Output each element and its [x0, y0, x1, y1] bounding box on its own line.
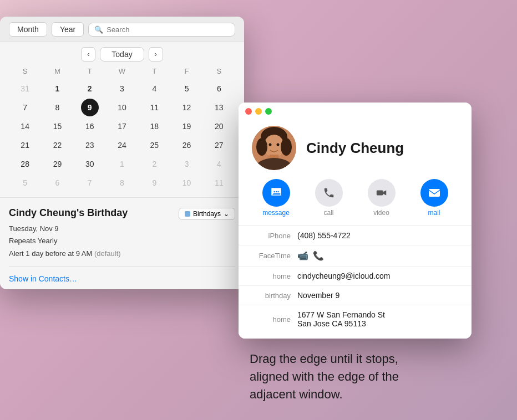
- info-row-facetime: FaceTime 📹 📞: [239, 245, 472, 267]
- calendar-day-6[interactable]: 6: [210, 80, 228, 98]
- search-bar[interactable]: 🔍: [88, 23, 235, 37]
- calendar-badge[interactable]: Birthdays ⌄: [179, 208, 235, 220]
- svg-point-13: [277, 191, 278, 192]
- iphone-value[interactable]: (408) 555-4722: [297, 231, 351, 240]
- contact-header: Cindy Cheung: [239, 120, 472, 179]
- contact-name: Cindy Cheung: [306, 140, 404, 157]
- year-button[interactable]: Year: [52, 22, 84, 37]
- calendar-day-28[interactable]: 28: [16, 155, 34, 173]
- calendar-day-23[interactable]: 23: [81, 136, 99, 154]
- svg-point-11: [273, 191, 275, 192]
- calendar-day-4[interactable]: 4: [210, 155, 228, 173]
- calendar-day-3[interactable]: 3: [113, 80, 131, 98]
- calendar-day-20[interactable]: 20: [210, 117, 228, 135]
- video-action[interactable]: video: [368, 179, 396, 217]
- svg-rect-15: [429, 189, 440, 197]
- calendar-day-26[interactable]: 26: [178, 136, 196, 154]
- badge-chevron: ⌄: [224, 210, 229, 218]
- calendar-day-11[interactable]: 11: [210, 174, 228, 192]
- day-header-f: F: [170, 65, 202, 78]
- calendar-day-4[interactable]: 4: [145, 80, 163, 98]
- calendar-day-5[interactable]: 5: [16, 174, 34, 192]
- facetime-label: FaceTime: [252, 252, 291, 260]
- call-label: call: [323, 209, 333, 217]
- month-button[interactable]: Month: [9, 22, 47, 37]
- calendar-day-18[interactable]: 18: [145, 117, 163, 135]
- show-contacts-link[interactable]: Show in Contacts…: [9, 274, 77, 283]
- facetime-icons: 📹 📞: [297, 250, 324, 261]
- search-input[interactable]: [107, 25, 229, 34]
- calendar-day-29[interactable]: 29: [48, 155, 66, 173]
- day-headers: S M T W T F S: [9, 65, 235, 78]
- calendar-day-2[interactable]: 2: [145, 155, 163, 173]
- calendar-grid: S M T W T F S 31123456789101112131415161…: [0, 65, 244, 197]
- calendar-day-10[interactable]: 10: [113, 99, 131, 116]
- search-icon: 🔍: [94, 25, 103, 34]
- facetime-audio-icon[interactable]: 📞: [313, 250, 324, 261]
- event-alert-default: (default): [94, 249, 121, 258]
- calendar-day-19[interactable]: 19: [178, 117, 196, 135]
- calendar-day-31[interactable]: 31: [16, 80, 34, 98]
- calendar-day-24[interactable]: 24: [113, 136, 131, 154]
- today-button[interactable]: Today: [100, 47, 144, 62]
- prev-button[interactable]: ‹: [81, 47, 95, 62]
- svg-point-9: [256, 138, 267, 156]
- calendar-window: Month Year 🔍 ‹ Today › S M T W T F S 311…: [0, 17, 244, 289]
- svg-point-12: [275, 191, 276, 192]
- calendar-day-30[interactable]: 30: [81, 155, 99, 173]
- calendar-day-5[interactable]: 5: [178, 80, 196, 98]
- calendar-dot: [185, 211, 190, 217]
- video-icon-circle: [368, 179, 396, 207]
- email-value[interactable]: cindycheung9@icloud.com: [297, 272, 391, 280]
- calendar-day-13[interactable]: 13: [210, 99, 228, 116]
- calendar-day-16[interactable]: 16: [81, 117, 99, 135]
- calendar-day-22[interactable]: 22: [48, 136, 66, 154]
- calendar-day-1[interactable]: 1: [113, 155, 131, 173]
- calendar-day-15[interactable]: 15: [48, 117, 66, 135]
- day-header-t1: T: [74, 65, 106, 78]
- calendar-day-14[interactable]: 14: [16, 117, 34, 135]
- calendar-day-9[interactable]: 9: [145, 174, 163, 192]
- day-header-s2: S: [203, 65, 235, 78]
- calendar-day-27[interactable]: 27: [210, 136, 228, 154]
- mail-action[interactable]: mail: [420, 179, 448, 217]
- contact-info: iPhone (408) 555-4722 FaceTime 📹 📞 home …: [239, 226, 472, 339]
- calendar-day-17[interactable]: 17: [113, 117, 131, 135]
- calendar-day-7[interactable]: 7: [81, 174, 99, 192]
- event-date: Tuesday, Nov 9: [9, 223, 235, 235]
- calendar-day-7[interactable]: 7: [16, 99, 34, 116]
- close-button[interactable]: [245, 108, 252, 115]
- video-label: video: [373, 209, 389, 217]
- calendar-badge-label: Birthdays: [193, 210, 221, 218]
- calendar-day-12[interactable]: 12: [178, 99, 196, 116]
- calendar-day-25[interactable]: 25: [145, 136, 163, 154]
- minimize-button[interactable]: [255, 108, 262, 115]
- calendar-day-8[interactable]: 8: [48, 99, 66, 116]
- event-repeat: Repeats Yearly: [9, 235, 235, 247]
- message-label: message: [262, 209, 290, 217]
- info-row-iphone: iPhone (408) 555-4722: [239, 226, 472, 245]
- calendar-day-11[interactable]: 11: [145, 99, 163, 116]
- fullscreen-button[interactable]: [265, 108, 272, 115]
- calendar-day-21[interactable]: 21: [16, 136, 34, 154]
- call-action[interactable]: call: [315, 179, 343, 217]
- calendar-day-10[interactable]: 10: [178, 174, 196, 192]
- calendar-titlebar: Month Year 🔍: [0, 17, 244, 42]
- annotation-text: Drag the edge until it stops,aligned wit…: [250, 350, 399, 403]
- calendar-day-3[interactable]: 3: [178, 155, 196, 173]
- calendar-day-9[interactable]: 9: [81, 99, 99, 116]
- calendar-day-8[interactable]: 8: [113, 174, 131, 192]
- event-alert: Alert 1 day before at 9 AM (default): [9, 248, 235, 260]
- svg-point-10: [281, 138, 292, 156]
- calendar-day-2[interactable]: 2: [81, 80, 99, 98]
- contact-window: Cindy Cheung message call: [239, 103, 472, 339]
- calendar-day-6[interactable]: 6: [48, 174, 66, 192]
- info-row-email: home cindycheung9@icloud.com: [239, 267, 472, 286]
- calendar-days: 3112345678910111213141516171819202122232…: [9, 80, 235, 192]
- info-row-birthday: birthday November 9: [239, 286, 472, 305]
- next-button[interactable]: ›: [149, 47, 163, 62]
- day-header-s1: S: [9, 65, 41, 78]
- calendar-day-1[interactable]: 1: [48, 80, 66, 98]
- facetime-video-icon[interactable]: 📹: [297, 250, 308, 261]
- message-action[interactable]: message: [262, 179, 290, 217]
